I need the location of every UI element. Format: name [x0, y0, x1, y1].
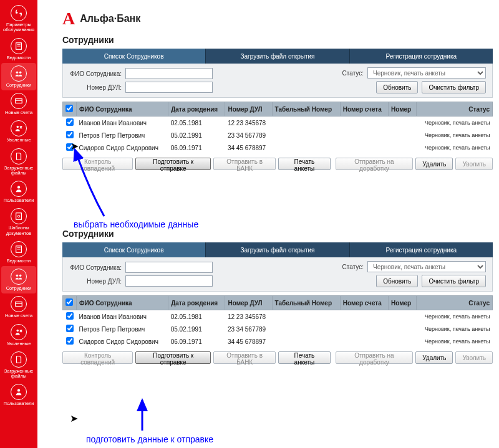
row-checkbox[interactable]: [66, 118, 74, 126]
col-tabnum-2: Табельный Номер: [272, 296, 340, 310]
sidebar-item-users-1[interactable]: Пользователи: [1, 178, 36, 206]
card-icon: [11, 93, 27, 109]
sidebar-item-users-2[interactable]: Пользователи: [1, 381, 36, 409]
clear-filter-button-1[interactable]: Очистить фильтр: [422, 81, 486, 93]
section1-tabs: Список Сотрудников Загрузить файл открыт…: [62, 49, 493, 64]
rework-button-1[interactable]: Отправить на доработку: [336, 158, 414, 170]
fire-button-1[interactable]: Уволить: [455, 158, 493, 170]
svg-point-4: [19, 71, 22, 74]
logo-letter: А: [62, 9, 75, 29]
sidebar-item-newaccounts-2[interactable]: Новые счета: [1, 293, 36, 321]
document-icon: [11, 38, 27, 54]
row-checkbox[interactable]: [66, 337, 74, 345]
section2-tabs: Список Сотрудников Загрузить файл открыт…: [62, 242, 493, 257]
dul-label-2: Номер ДУЛ:: [69, 278, 125, 285]
cursor-icon-2: ➤: [70, 412, 78, 424]
annotation-2: подготовить данные к отправке: [86, 434, 213, 444]
col-fio-2: ФИО Сотрудника: [77, 296, 168, 310]
select-all-2[interactable]: [65, 298, 73, 306]
section1-filter: ФИО Сотрудника: Номер ДУЛ: Статус:Чернов…: [62, 64, 493, 98]
col-dob-1: Дата рождения: [168, 102, 225, 117]
table-row: Иванов Иван Иванович02.05.198112 23 3456…: [63, 310, 493, 323]
status-label-2: Статус:: [336, 264, 367, 270]
svg-point-8: [17, 186, 20, 188]
document-icon: [11, 241, 27, 257]
sidebar-item-uploadedfiles-2[interactable]: Загруженные файлы: [1, 349, 36, 382]
dul-input-1[interactable]: [125, 82, 213, 93]
arrow-2-icon: [131, 396, 156, 434]
send-button-2[interactable]: Отправить в БАНК: [213, 351, 276, 364]
fio-input-1[interactable]: [125, 68, 213, 79]
send-button-1[interactable]: Отправить в БАНК: [213, 158, 276, 170]
control-button-2[interactable]: Контроль совпадений: [62, 351, 133, 364]
sidebar-item-fired-1[interactable]: Уволенные: [1, 118, 36, 145]
refresh-button-1[interactable]: Обновить: [376, 81, 418, 93]
delete-button-1[interactable]: Удалить: [415, 158, 453, 170]
tab-upload-1[interactable]: Загрузить файл открытия: [206, 49, 349, 64]
col-status-2: Статус: [416, 296, 492, 310]
fire-button-2[interactable]: Уволить: [455, 351, 493, 364]
prepare-button-1[interactable]: Подготовить к отправке: [135, 158, 211, 170]
table-row: Петров Петр Петрович05.02.199123 34 5677…: [63, 323, 493, 335]
prepare-button-2[interactable]: Подготовить к отправке: [135, 351, 211, 364]
svg-rect-5: [16, 99, 22, 103]
logo-text: Альфа·Банк: [80, 13, 140, 24]
svg-point-19: [17, 389, 20, 391]
svg-point-18: [17, 329, 19, 331]
sidebar-item-sotrudniki-2[interactable]: Сотрудники: [1, 266, 36, 293]
col-dul-2: Номер ДУЛ: [225, 296, 272, 310]
cursor-icon-1: ➤: [70, 140, 79, 152]
sidebar-item-vedomosti-1[interactable]: Ведомости: [1, 36, 36, 63]
row-checkbox[interactable]: [66, 131, 74, 138]
table-row: Петров Петр Петрович05.02.199123 34 5677…: [63, 129, 493, 141]
col-dob-2: Дата рождения: [168, 296, 225, 310]
sidebar-item-uploadedfiles-1[interactable]: Загруженные файлы: [1, 146, 36, 179]
status-select-2[interactable]: Черновик, печать анкеты: [367, 261, 486, 272]
fio-input-2[interactable]: [125, 262, 213, 273]
dul-input-2[interactable]: [125, 275, 213, 287]
row-checkbox[interactable]: [66, 325, 74, 332]
rework-button-2[interactable]: Отправить на доработку: [336, 351, 414, 364]
svg-point-15: [19, 275, 22, 277]
person-icon: [11, 384, 27, 400]
sidebar-item-templates[interactable]: Шаблоны документов: [1, 206, 36, 239]
print-button-1[interactable]: Печать анкеты: [278, 158, 330, 170]
tab-list-1[interactable]: Список Сотрудников: [62, 49, 206, 64]
table-row: Иванов Иван Иванович02.05.198112 23 3456…: [63, 117, 493, 130]
section2-filter: ФИО Сотрудника: Номер ДУЛ: Статус:Чернов…: [62, 257, 493, 292]
col-tabnum-1: Табельный Номер: [272, 102, 340, 117]
col-num-1: Номер: [388, 102, 416, 117]
section2-title: Сотрудники: [62, 229, 493, 239]
tab-register-2[interactable]: Регистрация сотрудника: [350, 242, 493, 257]
col-accnum-1: Номер счета: [340, 102, 388, 117]
person-x-icon: [11, 324, 27, 340]
section1-title: Сотрудники: [62, 35, 493, 45]
file-icon: [11, 148, 27, 164]
delete-button-2[interactable]: Удалить: [415, 351, 453, 364]
sidebar-item-sotrudniki-1[interactable]: Сотрудники: [1, 63, 36, 90]
svg-point-7: [17, 126, 19, 128]
section2-table: ФИО Сотрудника Дата рождения Номер ДУЛ Т…: [62, 295, 493, 348]
select-all-1[interactable]: [65, 105, 73, 112]
card-icon: [11, 296, 27, 312]
section1-table: ФИО Сотрудника Дата рождения Номер ДУЛ Т…: [62, 102, 493, 154]
sidebar-item-newaccounts-1[interactable]: Новые счета: [1, 90, 36, 118]
tab-register-1[interactable]: Регистрация сотрудника: [350, 49, 493, 64]
fio-label-2: ФИО Сотрудника:: [69, 264, 125, 271]
col-accnum-2: Номер счета: [340, 296, 388, 310]
status-select-1[interactable]: Черновик, печать анкеты: [367, 67, 486, 79]
refresh-button-2[interactable]: Обновить: [376, 275, 418, 287]
sidebar-item-params[interactable]: Параметры обслуживания: [1, 2, 36, 36]
clear-filter-button-2[interactable]: Очистить фильтр: [422, 275, 486, 287]
sidebar-item-vedomosti-2[interactable]: Ведомости: [1, 239, 36, 266]
sidebar-item-fired-2[interactable]: Уволенные: [1, 322, 36, 349]
fio-label-1: ФИО Сотрудника:: [69, 70, 125, 77]
annotation-1: выбрать необходимые данные: [74, 219, 198, 229]
section1-actions: Контроль совпадений Подготовить к отправ…: [62, 158, 493, 170]
tab-upload-2[interactable]: Загрузить файл открытия: [206, 242, 349, 257]
print-button-2[interactable]: Печать анкеты: [278, 351, 330, 364]
tab-list-2[interactable]: Список Сотрудников: [62, 242, 206, 257]
person-x-icon: [11, 120, 27, 136]
row-checkbox[interactable]: [66, 312, 74, 320]
col-dul-1: Номер ДУЛ: [225, 102, 272, 117]
